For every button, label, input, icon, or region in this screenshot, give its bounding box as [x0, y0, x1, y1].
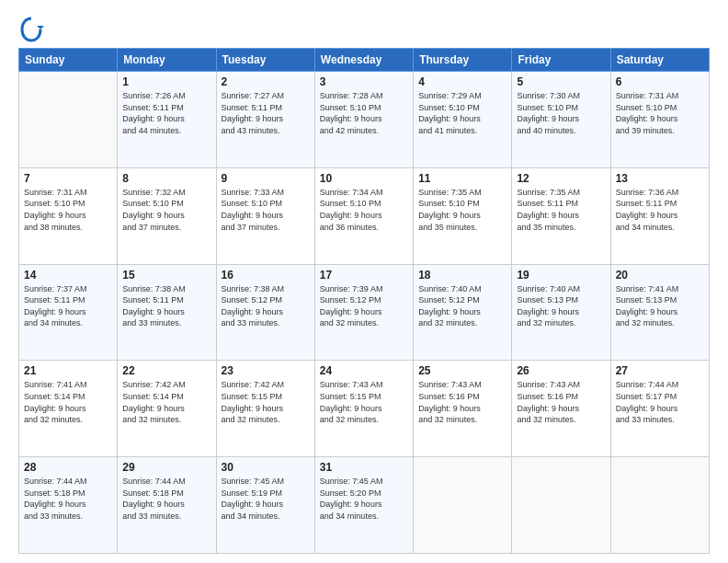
cell-text: Sunrise: 7:38 AM Sunset: 5:12 PM Dayligh… — [222, 283, 310, 329]
calendar-cell: 18Sunrise: 7:40 AM Sunset: 5:12 PM Dayli… — [414, 264, 512, 361]
day-number: 16 — [222, 269, 310, 282]
cell-text: Sunrise: 7:35 AM Sunset: 5:10 PM Dayligh… — [418, 187, 506, 233]
day-number: 20 — [616, 269, 704, 282]
cell-text: Sunrise: 7:41 AM Sunset: 5:14 PM Dayligh… — [24, 379, 112, 425]
day-number: 5 — [517, 75, 605, 88]
day-number: 29 — [122, 461, 210, 474]
cell-text: Sunrise: 7:37 AM Sunset: 5:11 PM Dayligh… — [24, 283, 112, 329]
cell-text: Sunrise: 7:43 AM Sunset: 5:16 PM Dayligh… — [418, 379, 506, 425]
day-number: 12 — [517, 172, 605, 185]
calendar-week-row: 7Sunrise: 7:31 AM Sunset: 5:10 PM Daylig… — [19, 167, 710, 264]
calendar-cell: 2Sunrise: 7:27 AM Sunset: 5:11 PM Daylig… — [216, 72, 314, 168]
calendar-cell: 13Sunrise: 7:36 AM Sunset: 5:11 PM Dayli… — [610, 167, 709, 264]
day-header-monday: Monday — [118, 49, 216, 72]
calendar-cell: 22Sunrise: 7:42 AM Sunset: 5:14 PM Dayli… — [118, 361, 216, 457]
cell-text: Sunrise: 7:38 AM Sunset: 5:11 PM Dayligh… — [122, 283, 210, 329]
calendar-cell: 20Sunrise: 7:41 AM Sunset: 5:13 PM Dayli… — [610, 264, 709, 361]
day-number: 6 — [616, 75, 704, 88]
day-number: 31 — [320, 461, 408, 474]
cell-text: Sunrise: 7:39 AM Sunset: 5:12 PM Dayligh… — [320, 283, 408, 329]
calendar-cell: 10Sunrise: 7:34 AM Sunset: 5:10 PM Dayli… — [314, 167, 413, 264]
cell-text: Sunrise: 7:33 AM Sunset: 5:10 PM Dayligh… — [222, 187, 310, 233]
cell-text: Sunrise: 7:29 AM Sunset: 5:10 PM Dayligh… — [418, 90, 506, 136]
calendar-cell — [512, 457, 610, 554]
day-number: 8 — [122, 172, 210, 185]
calendar-cell: 11Sunrise: 7:35 AM Sunset: 5:10 PM Dayli… — [414, 167, 512, 264]
calendar-week-row: 28Sunrise: 7:44 AM Sunset: 5:18 PM Dayli… — [19, 457, 710, 554]
cell-text: Sunrise: 7:43 AM Sunset: 5:16 PM Dayligh… — [517, 379, 605, 425]
header — [18, 17, 710, 42]
day-number: 27 — [616, 364, 704, 377]
day-number: 4 — [418, 75, 506, 88]
day-number: 9 — [222, 172, 310, 185]
day-number: 28 — [24, 461, 112, 474]
day-number: 11 — [418, 172, 506, 185]
calendar-cell: 29Sunrise: 7:44 AM Sunset: 5:18 PM Dayli… — [118, 457, 216, 554]
calendar-cell: 1Sunrise: 7:26 AM Sunset: 5:11 PM Daylig… — [118, 72, 216, 168]
calendar-cell: 26Sunrise: 7:43 AM Sunset: 5:16 PM Dayli… — [512, 361, 610, 457]
calendar-cell: 28Sunrise: 7:44 AM Sunset: 5:18 PM Dayli… — [19, 457, 118, 554]
cell-text: Sunrise: 7:45 AM Sunset: 5:20 PM Dayligh… — [320, 476, 408, 522]
cell-text: Sunrise: 7:35 AM Sunset: 5:11 PM Dayligh… — [517, 187, 605, 233]
calendar-cell: 5Sunrise: 7:30 AM Sunset: 5:10 PM Daylig… — [512, 72, 610, 168]
day-header-wednesday: Wednesday — [314, 49, 413, 72]
cell-text: Sunrise: 7:30 AM Sunset: 5:10 PM Dayligh… — [517, 90, 605, 136]
day-number: 17 — [320, 269, 408, 282]
day-header-sunday: Sunday — [19, 49, 118, 72]
day-number: 22 — [122, 364, 210, 377]
calendar-cell: 17Sunrise: 7:39 AM Sunset: 5:12 PM Dayli… — [314, 264, 413, 361]
calendar-cell: 27Sunrise: 7:44 AM Sunset: 5:17 PM Dayli… — [610, 361, 709, 457]
day-number: 26 — [517, 364, 605, 377]
day-number: 25 — [418, 364, 506, 377]
calendar-cell: 9Sunrise: 7:33 AM Sunset: 5:10 PM Daylig… — [216, 167, 314, 264]
cell-text: Sunrise: 7:44 AM Sunset: 5:17 PM Dayligh… — [616, 379, 704, 425]
day-number: 24 — [320, 364, 408, 377]
cell-text: Sunrise: 7:42 AM Sunset: 5:15 PM Dayligh… — [222, 379, 310, 425]
day-header-tuesday: Tuesday — [216, 49, 314, 72]
cell-text: Sunrise: 7:28 AM Sunset: 5:10 PM Dayligh… — [320, 90, 408, 136]
day-number: 23 — [222, 364, 310, 377]
cell-text: Sunrise: 7:42 AM Sunset: 5:14 PM Dayligh… — [122, 379, 210, 425]
cell-text: Sunrise: 7:34 AM Sunset: 5:10 PM Dayligh… — [320, 187, 408, 233]
day-header-saturday: Saturday — [610, 49, 709, 72]
day-number: 15 — [122, 269, 210, 282]
calendar-cell — [610, 457, 709, 554]
day-number: 19 — [517, 269, 605, 282]
calendar-cell: 8Sunrise: 7:32 AM Sunset: 5:10 PM Daylig… — [118, 167, 216, 264]
calendar-cell: 14Sunrise: 7:37 AM Sunset: 5:11 PM Dayli… — [19, 264, 118, 361]
logo — [18, 17, 48, 42]
calendar-cell: 19Sunrise: 7:40 AM Sunset: 5:13 PM Dayli… — [512, 264, 610, 361]
cell-text: Sunrise: 7:40 AM Sunset: 5:12 PM Dayligh… — [418, 283, 506, 329]
logo-icon — [18, 17, 44, 42]
day-number: 14 — [24, 269, 112, 282]
day-number: 21 — [24, 364, 112, 377]
calendar-cell: 16Sunrise: 7:38 AM Sunset: 5:12 PM Dayli… — [216, 264, 314, 361]
cell-text: Sunrise: 7:27 AM Sunset: 5:11 PM Dayligh… — [222, 90, 310, 136]
day-number: 3 — [320, 75, 408, 88]
calendar-week-row: 21Sunrise: 7:41 AM Sunset: 5:14 PM Dayli… — [19, 361, 710, 457]
calendar-cell: 25Sunrise: 7:43 AM Sunset: 5:16 PM Dayli… — [414, 361, 512, 457]
day-header-friday: Friday — [512, 49, 610, 72]
cell-text: Sunrise: 7:43 AM Sunset: 5:15 PM Dayligh… — [320, 379, 408, 425]
calendar-header-row: SundayMondayTuesdayWednesdayThursdayFrid… — [19, 49, 710, 72]
day-number: 30 — [222, 461, 310, 474]
day-header-thursday: Thursday — [414, 49, 512, 72]
calendar-week-row: 14Sunrise: 7:37 AM Sunset: 5:11 PM Dayli… — [19, 264, 710, 361]
cell-text: Sunrise: 7:41 AM Sunset: 5:13 PM Dayligh… — [616, 283, 704, 329]
calendar-cell — [19, 72, 118, 168]
day-number: 7 — [24, 172, 112, 185]
calendar-cell: 12Sunrise: 7:35 AM Sunset: 5:11 PM Dayli… — [512, 167, 610, 264]
calendar-cell: 15Sunrise: 7:38 AM Sunset: 5:11 PM Dayli… — [118, 264, 216, 361]
cell-text: Sunrise: 7:31 AM Sunset: 5:10 PM Dayligh… — [616, 90, 704, 136]
calendar-cell: 30Sunrise: 7:45 AM Sunset: 5:19 PM Dayli… — [216, 457, 314, 554]
day-number: 10 — [320, 172, 408, 185]
cell-text: Sunrise: 7:45 AM Sunset: 5:19 PM Dayligh… — [222, 476, 310, 522]
cell-text: Sunrise: 7:36 AM Sunset: 5:11 PM Dayligh… — [616, 187, 704, 233]
cell-text: Sunrise: 7:26 AM Sunset: 5:11 PM Dayligh… — [122, 90, 210, 136]
calendar-cell: 23Sunrise: 7:42 AM Sunset: 5:15 PM Dayli… — [216, 361, 314, 457]
cell-text: Sunrise: 7:44 AM Sunset: 5:18 PM Dayligh… — [24, 476, 112, 522]
page: SundayMondayTuesdayWednesdayThursdayFrid… — [0, 0, 728, 563]
cell-text: Sunrise: 7:32 AM Sunset: 5:10 PM Dayligh… — [122, 187, 210, 233]
calendar-cell: 24Sunrise: 7:43 AM Sunset: 5:15 PM Dayli… — [314, 361, 413, 457]
calendar-cell: 3Sunrise: 7:28 AM Sunset: 5:10 PM Daylig… — [314, 72, 413, 168]
